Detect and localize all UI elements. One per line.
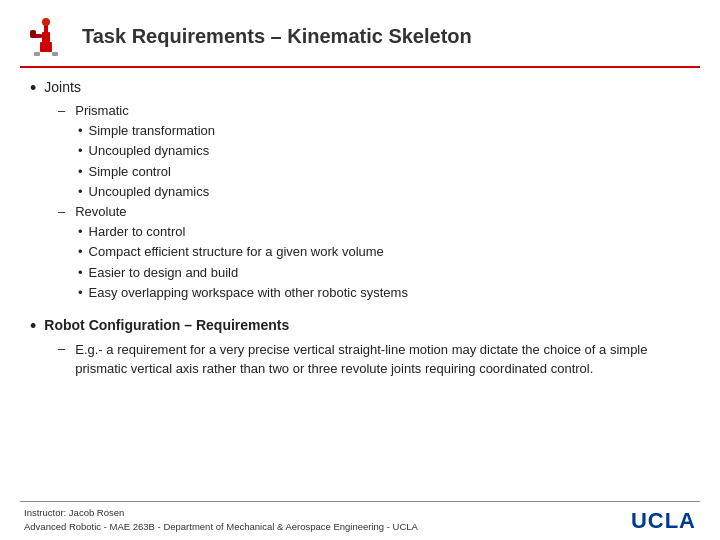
footer-line2: Advanced Robotic - MAE 263B - Department… [24,520,418,534]
prismatic-item: – Prismatic [58,102,690,120]
list-item: • Simple transformation [78,121,690,141]
prismatic-b1: Simple transformation [89,121,215,141]
bullet-r3: • [78,263,83,283]
bullet-dot-config: • [30,316,36,338]
revolute-bullets: • Harder to control • Compact efficient … [78,222,690,303]
list-item: • Compact efficient structure for a give… [78,242,690,262]
dash-prismatic: – [58,102,65,120]
bullet-p1: • [78,121,83,141]
revolute-label: Revolute [75,203,126,221]
footer: Instructor: Jacob Rosen Advanced Robotic… [0,502,720,541]
config-description: E.g.- a requirement for a very precise v… [75,340,690,379]
header: Task Requirements – Kinematic Skeleton [0,0,720,66]
bullet-r4: • [78,283,83,303]
list-item: • Uncoupled dynamics [78,141,690,161]
prismatic-bullets: • Simple transformation • Uncoupled dyna… [78,121,690,202]
bullet-joints: • Joints [30,78,690,100]
bullet-p4: • [78,182,83,202]
joints-sublist: – Prismatic • Simple transformation • Un… [58,102,690,303]
revolute-item: – Revolute [58,203,690,221]
svg-rect-6 [34,52,40,56]
revolute-b2: Compact efficient structure for a given … [89,242,384,262]
joints-label: Joints [44,78,81,98]
bullet-r2: • [78,242,83,262]
revolute-b3: Easier to design and build [89,263,239,283]
section-robot-config: • Robot Configuration – Requirements – E… [30,316,690,379]
list-item: • Easier to design and build [78,263,690,283]
list-item: • Easy overlapping workspace with other … [78,283,690,303]
bullet-r1: • [78,222,83,242]
svg-rect-7 [52,52,58,56]
robot-icon [24,14,68,58]
dash-config: – [58,340,65,358]
ucla-logo: UCLA [631,508,696,534]
bullet-dot-joints: • [30,78,36,100]
svg-point-5 [42,18,50,26]
list-item: • Simple control [78,162,690,182]
bullet-config: • Robot Configuration – Requirements [30,316,690,338]
main-content: • Joints – Prismatic • Simple transforma… [0,68,720,497]
page-title: Task Requirements – Kinematic Skeleton [82,25,472,48]
slide: Task Requirements – Kinematic Skeleton •… [0,0,720,540]
prismatic-b2: Uncoupled dynamics [89,141,210,161]
prismatic-label: Prismatic [75,102,128,120]
list-item: • Uncoupled dynamics [78,182,690,202]
bullet-p2: • [78,141,83,161]
config-label: Robot Configuration – Requirements [44,316,289,336]
svg-rect-4 [30,30,36,38]
dash-revolute: – [58,203,65,221]
config-subitem: – E.g.- a requirement for a very precise… [58,340,690,379]
revolute-b4: Easy overlapping workspace with other ro… [89,283,408,303]
bullet-p3: • [78,162,83,182]
prismatic-b4: Uncoupled dynamics [89,182,210,202]
section-joints: • Joints – Prismatic • Simple transforma… [30,78,690,304]
prismatic-b3: Simple control [89,162,171,182]
list-item: • Harder to control [78,222,690,242]
footer-info: Instructor: Jacob Rosen Advanced Robotic… [24,506,418,535]
footer-line1: Instructor: Jacob Rosen [24,506,418,520]
revolute-b1: Harder to control [89,222,186,242]
